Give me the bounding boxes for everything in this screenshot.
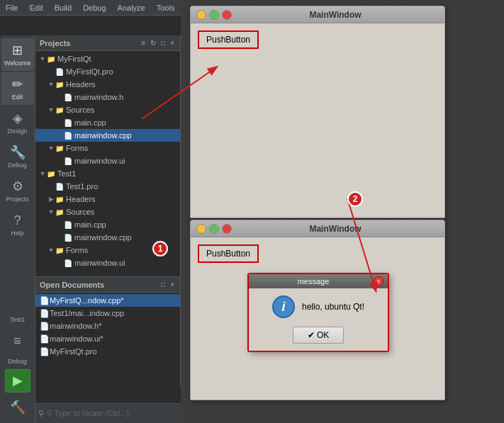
h-file-icon: 📄 xyxy=(64,94,72,101)
projects-label: Projects xyxy=(6,196,29,203)
top-window-titlebar: MainWindow xyxy=(191,6,444,23)
help-icon: ? xyxy=(13,213,21,228)
folder-icon: 📁 xyxy=(47,170,55,178)
maximize-btn[interactable]: × xyxy=(169,38,176,47)
sidebar-item-help[interactable]: ? Help xyxy=(1,208,34,241)
tree-item-sources[interactable]: ▼ 📁 Sources xyxy=(35,103,180,116)
bottom-side-icons: Test1 ≡ Debug ▶ 🔨 xyxy=(0,313,35,423)
debug-label: Debug xyxy=(8,162,27,169)
sidebar-item-test[interactable]: ≡ xyxy=(1,327,34,356)
ui-icon: 📄 xyxy=(64,259,72,267)
run-button[interactable]: ▶ xyxy=(5,369,30,392)
open-doc-item-2[interactable]: 📄 mainwindow.h* xyxy=(35,320,180,332)
test-icon: ≡ xyxy=(13,334,21,349)
folder-icon: 📁 xyxy=(55,208,64,216)
close-btn-bottom[interactable] xyxy=(222,224,232,234)
tree-item-headers[interactable]: ▼ 📁 Headers xyxy=(35,78,180,91)
search-icon: ⚲ xyxy=(38,409,44,418)
menu-file[interactable]: File xyxy=(3,2,21,13)
open-doc-item-4[interactable]: 📄 MyFirstQt.pro xyxy=(35,345,180,358)
dialog-message: hello, ubuntu Qt! xyxy=(302,302,364,312)
close-btn[interactable] xyxy=(222,10,232,20)
tree-item-test1[interactable]: ▼ 📁 Test1 xyxy=(35,167,180,180)
push-button-top[interactable]: PushButton xyxy=(198,30,259,49)
side-icons: ⊞ Welcome ✏ Edit ◈ Design 🔧 Debug ⚙ Proj… xyxy=(0,35,35,347)
sync-btn[interactable]: ↻ xyxy=(149,38,157,47)
dialog-content: i hello, ubuntu Qt! ✔ OK xyxy=(249,288,388,351)
window-buttons xyxy=(196,10,232,20)
search-bar: ⚲ ⚲ Type to locate (Ctrl...) xyxy=(35,403,181,423)
ok-button[interactable]: ✔ OK xyxy=(293,327,345,344)
filter-btn[interactable]: ≡ xyxy=(140,38,147,47)
tree-item-test1-pro[interactable]: 📄 Test1.pro xyxy=(35,180,180,193)
main-window-top: MainWindow PushButton xyxy=(190,6,445,218)
tree-item-test1-sources[interactable]: ▼ 📁 Sources xyxy=(35,205,180,218)
debug-bottom-icon: 🔨 xyxy=(10,400,26,415)
close-btn[interactable]: □ xyxy=(159,38,167,47)
dialog-title: message xyxy=(253,277,374,286)
bottom-window-title: MainWindow xyxy=(232,224,439,234)
open-doc-item-1[interactable]: 📄 Test1/mai...indow.cpp xyxy=(35,307,180,320)
tree-item-test1-headers[interactable]: ▶ 📁 Headers xyxy=(35,193,180,205)
sidebar-item-design[interactable]: ◈ Design xyxy=(1,106,34,139)
top-window-title: MainWindow xyxy=(232,10,439,20)
sidebar-item-debug-bottom[interactable]: 🔨 xyxy=(1,394,34,423)
tree-item-main-cpp[interactable]: 📄 main.cpp xyxy=(35,116,180,129)
bottom-window-content: PushButton message × i hello, ubuntu Qt!… xyxy=(191,237,444,400)
expand-arrow: ▼ xyxy=(38,55,47,62)
top-window-content: PushButton xyxy=(191,23,444,218)
folder-icon: 📁 xyxy=(55,247,64,254)
folder-icon: 📁 xyxy=(55,106,64,114)
open-doc-item-3[interactable]: 📄 mainwindow.ui* xyxy=(35,332,180,345)
left-panel: File Edit Build Debug Analyze Tools ⊞ We… xyxy=(0,0,181,423)
push-button-bottom[interactable]: PushButton xyxy=(198,244,259,263)
sidebar-item-edit[interactable]: ✏ Edit xyxy=(1,72,34,105)
test-label: Test1 xyxy=(10,316,26,323)
maximize-btn[interactable] xyxy=(209,10,219,20)
menu-tools[interactable]: Tools xyxy=(154,2,178,13)
tree-item-test1-main-cpp[interactable]: 📄 main.cpp xyxy=(35,218,180,231)
dialog-titlebar: message × xyxy=(249,274,388,288)
welcome-label: Welcome xyxy=(4,60,30,67)
menu-edit[interactable]: Edit xyxy=(27,2,46,13)
cpp-icon: 📄 xyxy=(64,234,72,242)
open-docs-list: 📄 MyFirstQ...ndow.cpp* 📄 Test1/mai...ind… xyxy=(35,293,180,386)
projects-panel-actions: ≡ ↻ □ × xyxy=(140,38,176,47)
tree-item-mainwindow-cpp[interactable]: 📄 mainwindow.cpp xyxy=(35,129,180,142)
sidebar-item-debug[interactable]: 🔧 Debug xyxy=(1,140,34,173)
open-docs-btn1[interactable]: □ xyxy=(159,280,167,289)
menu-debug[interactable]: Debug xyxy=(80,2,108,13)
open-doc-item-0[interactable]: 📄 MyFirstQ...ndow.cpp* xyxy=(35,294,180,307)
right-section: MainWindow PushButton MainWindow PushBut… xyxy=(184,0,504,423)
folder-icon: 📁 xyxy=(55,81,64,89)
debug-bottom-label: Debug xyxy=(8,358,27,365)
folder-icon: 📁 xyxy=(47,55,55,63)
tree-item-mainwindow-h[interactable]: 📄 mainwindow.h xyxy=(35,91,180,103)
maximize-btn-bottom[interactable] xyxy=(209,224,219,234)
pro-icon: 📄 xyxy=(55,183,64,191)
folder-icon: 📁 xyxy=(55,196,64,203)
projects-icon: ⚙ xyxy=(12,179,23,194)
tree-item-myfirstqt[interactable]: ▼ 📁 MyFirstQt xyxy=(35,52,180,65)
sidebar-item-welcome[interactable]: ⊞ Welcome xyxy=(1,38,34,71)
minimize-btn[interactable] xyxy=(196,10,206,20)
tree-item-myfirstqt-pro[interactable]: 📄 MyFirstQt.pro xyxy=(35,65,180,78)
open-docs-close[interactable]: × xyxy=(169,280,176,289)
projects-panel: Projects ≡ ↻ □ × ▼ 📁 MyFirstQt 📄 MyFirst… xyxy=(35,35,181,276)
dialog-close-btn[interactable]: × xyxy=(374,276,383,286)
menu-analyze[interactable]: Analyze xyxy=(115,2,148,13)
sidebar-item-projects[interactable]: ⚙ Projects xyxy=(1,174,34,207)
search-placeholder[interactable]: ⚲ Type to locate (Ctrl...) xyxy=(47,409,178,418)
menu-build[interactable]: Build xyxy=(52,2,74,13)
ui-icon: 📄 xyxy=(64,157,72,165)
edit-label: Edit xyxy=(12,94,23,101)
help-label: Help xyxy=(11,230,24,237)
pro-icon: 📄 xyxy=(55,68,64,76)
tree-item-forms[interactable]: ▼ 📁 Forms xyxy=(35,142,180,154)
welcome-icon: ⊞ xyxy=(12,43,23,58)
minimize-btn-bottom[interactable] xyxy=(196,224,206,234)
edit-icon: ✏ xyxy=(12,77,23,92)
menu-bar: File Edit Build Debug Analyze Tools xyxy=(0,0,181,16)
tree-item-test1-mainwindow-ui[interactable]: 📄 mainwindow.ui xyxy=(35,256,180,269)
tree-item-mainwindow-ui[interactable]: 📄 mainwindow.ui xyxy=(35,154,180,167)
